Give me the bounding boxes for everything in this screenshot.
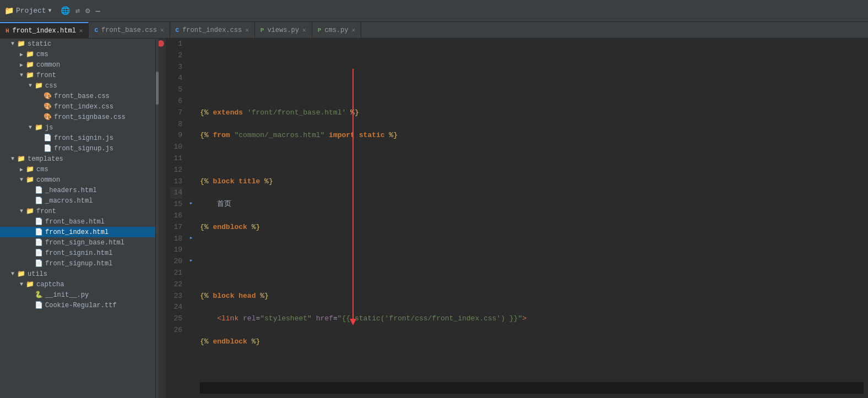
- globe-icon[interactable]: 🌐: [61, 6, 70, 15]
- tab-label: front_base.css: [101, 26, 157, 34]
- tab-front-index-html[interactable]: H front_index.html ✕: [0, 22, 89, 38]
- sidebar-item-label: front_signup.html: [45, 260, 155, 268]
- py-file-icon: 🐍: [34, 291, 43, 299]
- sidebar-item-label: cms: [36, 166, 155, 173]
- sidebar-item-front-signin-html[interactable]: 📄 front_signin.html: [0, 248, 155, 258]
- editor-scroll-area[interactable]: 1 2 3 4 5 6 7 8 9 10 11 12 13 14: [156, 39, 868, 398]
- sidebar-item-templates-cms[interactable]: ▶ 📁 cms: [0, 164, 155, 175]
- css-file-icon: 🎨: [43, 92, 52, 100]
- code-line-5: 首页: [200, 199, 864, 210]
- fold-column: ▸ ▸ ▸: [187, 39, 196, 398]
- line-numbers: 1 2 3 4 5 6 7 8 9 10 11 12 13 14: [166, 39, 187, 398]
- settings-icon[interactable]: ⚙: [85, 6, 90, 15]
- font-file-icon: 📄: [34, 301, 43, 309]
- sidebar-item-label: front_sign_base.html: [45, 239, 155, 247]
- code-line-10: <link rel="stylesheet" href="{{ static('…: [200, 313, 864, 325]
- tab-views-py[interactable]: P views.py ✕: [255, 22, 312, 38]
- sidebar-item-templates[interactable]: ▼ 📁 templates: [0, 154, 155, 164]
- sidebar-item-common[interactable]: ▶ 📁 common: [0, 59, 155, 70]
- sidebar-item-front-signup-js[interactable]: 📄 front_signup.js: [0, 143, 155, 154]
- tab-close-icon[interactable]: ✕: [351, 26, 355, 34]
- project-dropdown-icon: ▼: [48, 8, 52, 14]
- css-file-icon: 🎨: [43, 113, 52, 121]
- sidebar-item-utils[interactable]: ▼ 📁 utils: [0, 269, 155, 279]
- sidebar-item-front-base-html[interactable]: 📄 front_base.html: [0, 216, 155, 227]
- sidebar-item-captcha[interactable]: ▼ 📁 captcha: [0, 279, 155, 290]
- code-line-8: [200, 268, 864, 279]
- code-line-11: {% endblock %}: [200, 336, 864, 348]
- project-label[interactable]: 📁 Project ▼: [4, 6, 52, 15]
- sidebar-item-front-signbase-css[interactable]: 🎨 front_signbase.css: [0, 112, 155, 122]
- code-line-12: [200, 359, 864, 370]
- tab-close-icon[interactable]: ✕: [302, 26, 306, 34]
- tab-close-icon[interactable]: ✕: [79, 27, 83, 34]
- tab-label: cms.py: [324, 26, 348, 34]
- sidebar-item-cms[interactable]: ▶ 📁 cms: [0, 49, 155, 59]
- code-line-1: {% extends 'front/front_base.html' %}: [200, 107, 864, 119]
- sidebar-item-static[interactable]: ▼ 📁 static: [0, 39, 155, 49]
- sidebar-item-front-static[interactable]: ▼ 📁 front: [0, 70, 155, 80]
- js-file-icon: 📄: [43, 134, 52, 142]
- tab-cms-py[interactable]: P cms.py ✕: [312, 22, 361, 38]
- sidebar-item-init-py[interactable]: 🐍 __init__.py: [0, 290, 155, 300]
- sidebar-item-macros-html[interactable]: 📄 _macros.html: [0, 195, 155, 206]
- sidebar-item-label: front_base.css: [54, 92, 155, 100]
- html-file-icon: 📄: [34, 228, 43, 236]
- code-line-9: {% block head %}: [200, 291, 864, 302]
- expand-arrow: ▼: [9, 41, 17, 47]
- folder-icon: 📁: [17, 270, 25, 278]
- tab-py-icon: P: [318, 27, 322, 34]
- expand-arrow: ▼: [18, 281, 25, 287]
- sidebar-item-label: front_signin.js: [54, 134, 155, 142]
- html-file-icon: 📄: [34, 186, 43, 194]
- minimize-icon[interactable]: —: [96, 7, 100, 15]
- tabs-bar: H front_index.html ✕ C front_base.css ✕ …: [0, 22, 868, 39]
- sidebar-item-label: common: [36, 61, 155, 69]
- sidebar-item-cookie-ttf[interactable]: 📄 Cookie-Regular.ttf: [0, 300, 155, 310]
- sidebar-item-front-index-css[interactable]: 🎨 front_index.css: [0, 101, 155, 112]
- tab-label: views.py: [267, 26, 299, 34]
- sidebar-item-label: _headers.html: [45, 187, 155, 194]
- sidebar-item-front-signup-html[interactable]: 📄 front_signup.html: [0, 258, 155, 269]
- folder-icon: 📁: [25, 50, 34, 58]
- tab-close-icon[interactable]: ✕: [245, 26, 249, 34]
- sidebar-item-css[interactable]: ▼ 📁 css: [0, 80, 155, 91]
- tab-css-icon: C: [176, 27, 180, 34]
- main-content: ▼ 📁 static ▶ 📁 cms ▶ 📁 common: [0, 39, 868, 398]
- tab-label: front_index.html: [13, 27, 76, 35]
- sidebar-item-label: front_index.css: [54, 103, 155, 111]
- sidebar-item-front-base-css[interactable]: 🎨 front_base.css: [0, 91, 155, 101]
- html-file-icon: 📄: [34, 249, 43, 257]
- sidebar-item-templates-front[interactable]: ▼ 📁 front: [0, 206, 155, 216]
- editor-wrapper: 1 2 3 4 5 6 7 8 9 10 11 12 13 14: [156, 39, 868, 398]
- sidebar-item-headers-html[interactable]: 📄 _headers.html: [0, 185, 155, 195]
- sidebar-scrollbar-thumb[interactable]: [156, 72, 159, 105]
- app-container: 📁 Project ▼ 🌐 ⇄ ⚙ — H front_index.html ✕…: [0, 0, 868, 398]
- sidebar-item-label: front_signup.js: [54, 145, 155, 152]
- expand-arrow: ▼: [26, 124, 34, 130]
- expand-arrow: ▼: [9, 271, 17, 277]
- sidebar-item-label: front: [36, 208, 155, 215]
- folder-icon: 📁: [34, 81, 43, 90]
- sidebar-item-label: Cookie-Regular.ttf: [45, 302, 155, 309]
- folder-icon: 📁: [17, 40, 25, 48]
- sidebar-item-label: _macros.html: [45, 197, 155, 205]
- sync-icon[interactable]: ⇄: [75, 6, 80, 15]
- expand-arrow: ▶: [18, 51, 25, 58]
- sidebar-item-js[interactable]: ▼ 📁 js: [0, 122, 155, 133]
- folder-icon: 📁: [25, 176, 34, 184]
- folder-icon: 📁: [25, 165, 34, 173]
- sidebar-item-front-signin-js[interactable]: 📄 front_signin.js: [0, 133, 155, 143]
- sidebar-item-front-index-html[interactable]: 📄 front_index.html: [0, 227, 155, 237]
- code-lines[interactable]: {% extends 'front/front_base.html' %} {%…: [196, 39, 868, 398]
- tab-front-base-css[interactable]: C front_base.css ✕: [89, 22, 170, 38]
- sidebar-item-front-sign-base-html[interactable]: 📄 front_sign_base.html: [0, 237, 155, 248]
- sidebar-item-label: front: [36, 72, 155, 79]
- expand-arrow: ▼: [26, 83, 34, 89]
- sidebar-item-label: utils: [28, 270, 155, 278]
- tab-front-index-css[interactable]: C front_index.css ✕: [170, 22, 255, 38]
- tab-close-icon[interactable]: ✕: [160, 26, 164, 34]
- tab-label: front_index.css: [182, 26, 242, 34]
- sidebar-item-templates-common[interactable]: ▼ 📁 common: [0, 175, 155, 185]
- sidebar-scrollbar[interactable]: [156, 39, 159, 398]
